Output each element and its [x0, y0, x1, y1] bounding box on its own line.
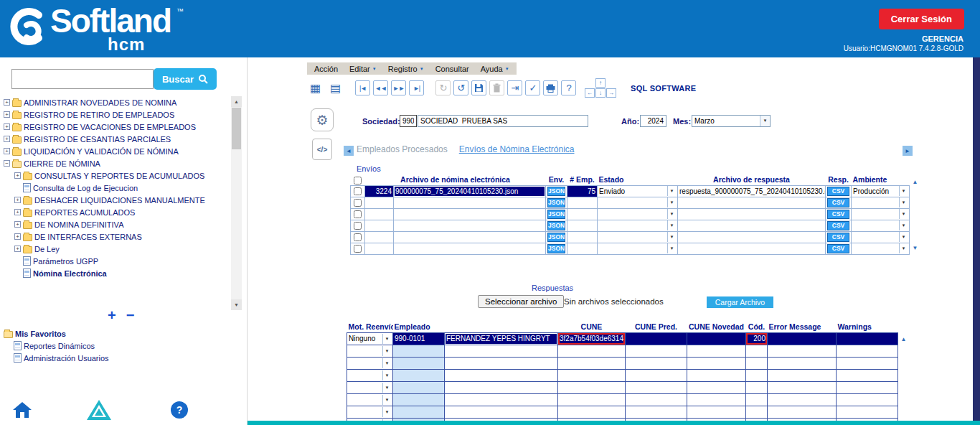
ambiente-dropdown-icon[interactable]: ▼ [899, 186, 908, 196]
cell[interactable] [626, 357, 687, 369]
next-record-button[interactable]: ►► [391, 80, 406, 95]
cell[interactable] [365, 220, 394, 231]
ambiente-dropdown-icon[interactable]: ▼ [899, 209, 908, 219]
cell[interactable] [365, 197, 394, 208]
envio-employees-cell[interactable]: 75 [567, 185, 598, 197]
motive-dropdown-icon[interactable]: ▼ [382, 383, 391, 393]
cell[interactable] [687, 369, 746, 381]
motive-dropdown-icon[interactable]: ▼ [382, 346, 391, 356]
cell[interactable] [567, 208, 598, 220]
motive-cell[interactable]: ▼ [347, 381, 393, 393]
cell[interactable] [626, 345, 687, 357]
form-view-icon[interactable]: ▤ [326, 80, 344, 95]
menu-consultar[interactable]: Consultar [435, 65, 469, 73]
ambiente-dropdown-icon[interactable]: ▼ [899, 220, 908, 230]
csv-chip[interactable]: CSV [827, 233, 849, 242]
row-checkbox[interactable] [354, 222, 362, 230]
employee-code-cell[interactable] [393, 406, 445, 418]
expand-icon[interactable]: + [14, 197, 21, 203]
json-chip[interactable]: JSON [547, 244, 565, 253]
first-record-button[interactable]: |◄ [355, 80, 370, 95]
json-chip[interactable]: JSON [547, 187, 565, 196]
search-input[interactable] [11, 69, 154, 89]
cell[interactable] [746, 393, 768, 406]
cell[interactable] [558, 381, 626, 393]
json-chip[interactable]: JSON [547, 198, 565, 207]
estado-dropdown-icon[interactable]: ▼ [667, 186, 676, 196]
cell[interactable]: ▼ [598, 243, 678, 254]
warnings-cell[interactable] [837, 332, 898, 345]
delete-button[interactable] [489, 80, 504, 95]
cell[interactable] [558, 393, 626, 406]
cell[interactable] [687, 345, 746, 357]
error-message-cell[interactable] [768, 332, 837, 345]
menu-registro[interactable]: Registro▼ [388, 65, 424, 73]
cell[interactable] [678, 231, 826, 243]
detail-scroll-up-icon[interactable]: ▲ [899, 335, 908, 344]
envio-ambiente-cell[interactable]: Producción▼ [852, 185, 910, 197]
month-select[interactable]: Marzo ▼ [692, 115, 771, 127]
scroll-up-button[interactable]: ▲ [231, 96, 242, 107]
cell[interactable] [558, 369, 626, 381]
tree-item[interactable]: +REGISTRO DE VACACIONES DE EMPLEADOS [4, 121, 229, 133]
cell[interactable] [837, 357, 898, 369]
cune-novedad-cell[interactable] [687, 332, 746, 345]
tree-item[interactable]: +De Ley [4, 243, 229, 255]
cell[interactable] [445, 393, 558, 406]
scroll-down-button[interactable]: ▼ [231, 299, 242, 310]
cell[interactable]: ▼ [852, 197, 910, 208]
cell[interactable] [687, 393, 746, 406]
upload-file-button[interactable]: Cargar Archivo [707, 296, 773, 308]
select-all-checkbox[interactable] [354, 177, 362, 185]
cell[interactable] [558, 406, 626, 418]
cell[interactable] [445, 357, 558, 369]
cell[interactable]: ▼ [852, 220, 910, 231]
cell[interactable] [746, 369, 768, 381]
cell[interactable] [746, 381, 768, 393]
row-checkbox[interactable] [354, 199, 362, 207]
tree-item-label[interactable]: LIQUIDACIÓN Y VALIDACIÓN DE NÓMINA [24, 147, 179, 156]
detail-row-empty[interactable]: ▼ [347, 393, 898, 406]
csv-chip[interactable]: CSV [827, 210, 849, 219]
estado-dropdown-icon[interactable]: ▼ [667, 220, 676, 230]
previous-record-button[interactable]: ◄◄ [373, 80, 388, 95]
expand-icon[interactable]: + [14, 172, 21, 179]
expand-icon[interactable]: + [4, 123, 10, 130]
motive-dropdown-icon[interactable]: ▼ [382, 370, 391, 380]
settings-button[interactable]: ⚙ [311, 108, 334, 131]
motive-value[interactable]: Ninguno [349, 335, 382, 342]
choose-file-button[interactable]: Seleccionar archivo [478, 295, 564, 308]
validate-button[interactable]: ✓ [525, 80, 540, 95]
hcm-pyramid-button[interactable] [86, 399, 112, 424]
scrollbar-thumb[interactable] [232, 108, 241, 149]
refresh-button[interactable]: ↻ [435, 80, 451, 95]
cell[interactable] [567, 220, 598, 231]
cell[interactable] [746, 357, 768, 369]
expand-icon[interactable]: + [4, 99, 10, 106]
cell[interactable] [768, 345, 837, 357]
collapse-all-button[interactable]: − [126, 309, 135, 322]
tree-item[interactable]: +REGISTRO DE CESANTIAS PARCIALES [4, 133, 229, 145]
csv-chip[interactable]: CSV [827, 221, 849, 230]
expand-all-button[interactable]: + [108, 309, 116, 322]
motive-cell[interactable]: Ninguno▼ [347, 332, 393, 345]
envio-estado-cell[interactable]: Enviado▼ [598, 185, 678, 197]
motive-dropdown-icon[interactable]: ▼ [382, 407, 391, 417]
cell[interactable] [687, 406, 746, 418]
expand-icon[interactable]: + [14, 221, 21, 228]
tab-scroll-right-button[interactable]: ► [903, 146, 913, 156]
tree-item-label[interactable]: CIERRE DE NÓMINA [24, 159, 100, 168]
tree-item-selected[interactable]: Nómina Electrónica [4, 267, 229, 279]
tree-item[interactable]: Parámetros UGPP [4, 255, 229, 267]
tree-item[interactable]: +REPORTES ACUMULADOS [4, 206, 229, 218]
tree-item[interactable]: +DE INTERFACES EXTERNAS [4, 230, 229, 243]
envio-row-empty[interactable]: JSON ▼ CSV ▼ [351, 197, 910, 208]
cell[interactable]: ▼ [598, 197, 678, 208]
cell[interactable] [678, 243, 826, 254]
motive-dropdown-icon[interactable]: ▼ [382, 358, 391, 368]
cell[interactable] [687, 357, 746, 369]
employee-code-cell[interactable] [393, 345, 445, 357]
row-checkbox[interactable] [354, 187, 362, 195]
cell[interactable] [567, 243, 598, 254]
cell[interactable] [768, 381, 837, 393]
